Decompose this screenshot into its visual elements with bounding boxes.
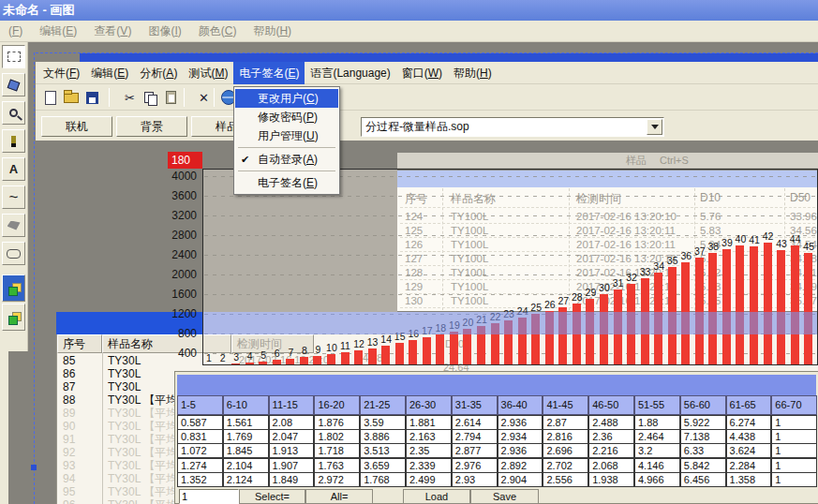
dist-cell[interactable]: 1.876 — [314, 415, 360, 430]
dist-cell[interactable]: 1.561 — [223, 415, 269, 430]
toolbar-button-背景[interactable]: 背景 — [116, 116, 187, 137]
dist-cell[interactable]: 2.488 — [588, 415, 634, 430]
load-button[interactable]: Load — [403, 489, 470, 504]
menu-item-更改用户(C)[interactable]: 更改用户(C) — [235, 89, 338, 108]
menu-item-自动登录(A)[interactable]: ✔自动登录(A) — [235, 150, 338, 169]
app-menu-item-6[interactable]: 窗口(W) — [396, 62, 448, 84]
dist-cell[interactable]: 2.696 — [543, 443, 588, 458]
dist-header-cell[interactable]: 6-10 — [223, 395, 269, 415]
dist-cell[interactable]: 1 — [771, 429, 817, 444]
app-menu-item-3[interactable]: 测试(M) — [183, 62, 233, 84]
app-menu-item-5[interactable]: 语言(Language) — [305, 62, 395, 84]
dist-header-cell[interactable]: 51-55 — [634, 395, 680, 415]
select-button[interactable]: Select= — [239, 489, 305, 504]
dist-cell[interactable]: 1.938 — [588, 472, 634, 487]
new-button[interactable] — [40, 88, 60, 107]
dist-cell[interactable]: 2.87 — [543, 415, 588, 430]
dist-cell[interactable]: 2.93 — [452, 472, 498, 487]
copy-button[interactable] — [141, 88, 160, 107]
dist-cell[interactable]: 4.146 — [634, 458, 680, 473]
dist-cell[interactable]: 3.624 — [726, 443, 772, 458]
dist-cell[interactable]: 2.614 — [452, 415, 498, 430]
paint-title-bar[interactable]: 未命名 - 画图 — [0, 0, 818, 21]
dist-cell[interactable]: 3.513 — [360, 443, 406, 458]
dist-header-cell[interactable]: 16-20 — [314, 395, 360, 415]
menu-item-用户管理(U)[interactable]: 用户管理(U) — [235, 126, 338, 145]
app-menu-item-7[interactable]: 帮助(H) — [448, 62, 498, 84]
dist-cell[interactable]: 2.08 — [269, 415, 315, 430]
dist-header-cell[interactable]: 1-5 — [177, 395, 223, 415]
dist-cell[interactable]: 2.816 — [543, 429, 588, 444]
dist-cell[interactable]: 1 — [771, 472, 817, 487]
dist-cell[interactable]: 2.339 — [406, 458, 452, 473]
menu-item-修改密码(P)[interactable]: 修改密码(P) — [235, 108, 338, 126]
menu-item-电子签名(E)[interactable]: 电子签名(E) — [235, 173, 338, 192]
dist-cell[interactable]: 2.163 — [406, 429, 452, 444]
dist-cell[interactable]: 3.59 — [360, 415, 406, 430]
dist-header-cell[interactable]: 21-25 — [360, 395, 406, 415]
dist-cell[interactable]: 0.831 — [177, 429, 223, 444]
save-button[interactable]: Save — [470, 489, 539, 504]
dist-cell[interactable]: 2.936 — [498, 443, 543, 458]
dist-header-cell[interactable]: 36-40 — [498, 395, 543, 415]
distribution-title-bar[interactable] — [177, 375, 816, 395]
dist-header-cell[interactable]: 46-50 — [588, 395, 634, 415]
dist-header-cell[interactable]: 41-45 — [543, 395, 588, 415]
dist-cell[interactable]: 7.138 — [680, 429, 726, 444]
dist-cell[interactable]: 3.886 — [360, 429, 406, 444]
dist-cell[interactable]: 2.702 — [543, 458, 588, 473]
tool-curve-button[interactable]: ~ — [2, 185, 25, 209]
dist-cell[interactable]: 1 — [771, 458, 817, 473]
all-button[interactable]: All= — [305, 489, 373, 504]
combo-dropdown-button[interactable] — [647, 119, 662, 135]
tool-brush-button[interactable] — [2, 129, 25, 153]
delete-button[interactable]: ✕ — [194, 88, 214, 107]
dist-cell[interactable]: 2.936 — [498, 415, 543, 430]
dist-cell[interactable]: 1.072 — [177, 443, 223, 458]
dist-header-cell[interactable]: 11-15 — [269, 395, 315, 415]
app-menu-item-2[interactable]: 分析(A) — [134, 62, 183, 84]
dist-header-cell[interactable]: 26-30 — [406, 395, 452, 415]
dist-cell[interactable]: 6.274 — [726, 415, 772, 430]
paste-option-transparent-paste[interactable] — [2, 304, 25, 331]
dist-cell[interactable]: 1.763 — [314, 458, 360, 473]
toolbar-button-联机[interactable]: 联机 — [41, 116, 112, 137]
selection-border-left[interactable] — [34, 52, 35, 504]
paint-menu-item-5[interactable]: 帮助(H) — [245, 21, 300, 42]
dist-cell[interactable]: 5.922 — [680, 415, 726, 430]
paint-menu-item-4[interactable]: 颜色(C) — [190, 21, 245, 42]
dist-header-cell[interactable]: 61-65 — [726, 395, 772, 415]
paste-button[interactable] — [161, 88, 181, 107]
dist-cell[interactable]: 2.124 — [223, 472, 269, 487]
dist-cell[interactable]: 2.047 — [269, 429, 315, 444]
dist-cell[interactable]: 4.438 — [726, 429, 772, 444]
row-count-input[interactable] — [179, 489, 239, 504]
tool-select-button[interactable] — [2, 45, 25, 68]
dist-cell[interactable]: 1.845 — [223, 443, 269, 458]
dist-cell[interactable]: 2.284 — [726, 458, 772, 473]
save-button[interactable] — [82, 88, 102, 107]
dist-cell[interactable]: 2.904 — [498, 472, 543, 487]
ghost-menu-item-sample[interactable]: 样品 Ctrl+S — [397, 153, 818, 169]
cut-button[interactable]: ✂ — [120, 88, 140, 107]
dist-cell[interactable]: 2.499 — [406, 472, 452, 487]
dist-cell[interactable]: 1.907 — [269, 458, 315, 473]
dist-cell[interactable]: 3.659 — [360, 458, 406, 473]
dist-cell[interactable]: 1.769 — [223, 429, 269, 444]
dist-cell[interactable]: 1 — [771, 443, 817, 458]
dist-cell[interactable]: 1.274 — [177, 458, 223, 473]
dist-cell[interactable]: 2.464 — [634, 429, 680, 444]
dist-cell[interactable]: 1.768 — [360, 472, 406, 487]
dist-cell[interactable]: 1.913 — [269, 443, 315, 458]
tool-polygon-button[interactable] — [2, 214, 25, 237]
selection-handle[interactable] — [31, 465, 37, 470]
dist-cell[interactable]: 6.33 — [680, 443, 726, 458]
paste-option-opaque-paste[interactable] — [2, 274, 25, 302]
dist-cell[interactable]: 2.35 — [406, 443, 452, 458]
dist-header-cell[interactable]: 31-35 — [452, 395, 498, 415]
tool-fill-button[interactable] — [2, 73, 25, 96]
tool-text-button[interactable]: A — [2, 157, 25, 181]
open-button[interactable] — [61, 88, 81, 107]
app-menu-item-4[interactable]: 电子签名(E) — [233, 62, 305, 84]
app-menu-item-0[interactable]: 文件(F) — [37, 62, 85, 84]
